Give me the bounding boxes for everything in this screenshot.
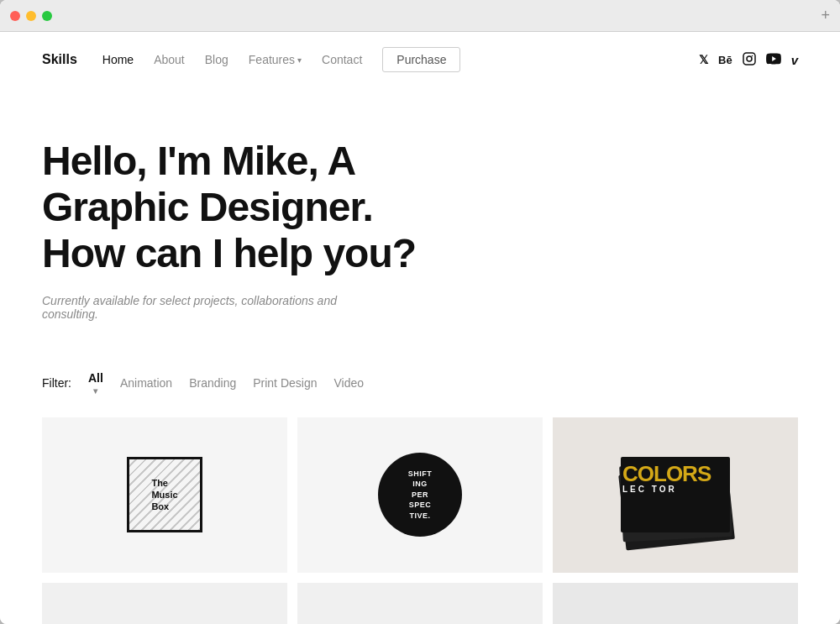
svg-rect-0 (743, 53, 755, 65)
page-content: Skills Home About Blog Features ▾ (0, 32, 840, 624)
circle-text: SHIFTINGPERSPECTIVE. (408, 469, 433, 522)
traffic-lights (10, 11, 52, 21)
nav-item-blog[interactable]: Blog (205, 52, 228, 67)
navigation: Skills Home About Blog Features ▾ (0, 32, 840, 87)
book-lector-text: LEC TOR (622, 485, 677, 494)
filter-animation[interactable]: Animation (120, 376, 172, 390)
portfolio-item-colors[interactable]: COLORS LEC TOR (553, 417, 798, 573)
nav-links: Home About Blog Features ▾ Contact (102, 47, 699, 72)
music-box-card: TheMusicBox (127, 457, 202, 532)
svg-point-1 (747, 56, 752, 61)
filter-bar: Filter: All Animation Branding Print Des… (0, 354, 840, 409)
nav-item-contact[interactable]: Contact (322, 52, 362, 67)
nav-item-features[interactable]: Features ▾ (249, 53, 302, 66)
twitter-icon[interactable]: 𝕏 (699, 53, 708, 66)
filter-video[interactable]: Video (333, 376, 364, 390)
maximize-button[interactable] (42, 11, 52, 21)
vimeo-icon[interactable]: v (791, 53, 798, 67)
filter-items: All Animation Branding Print Design Vide… (88, 371, 364, 396)
portfolio-item-music-box[interactable]: TheMusicBox (42, 417, 287, 573)
instagram-icon[interactable] (743, 52, 756, 68)
social-links: 𝕏 Bē v (699, 52, 798, 68)
filter-label: Filter: (42, 376, 71, 390)
purchase-button-nav[interactable]: Purchase (382, 47, 460, 72)
svg-point-2 (751, 55, 753, 56)
portfolio-item-bottom-3[interactable] (553, 583, 798, 624)
new-tab-button[interactable]: + (821, 7, 830, 24)
close-button[interactable] (10, 11, 20, 21)
filter-branding[interactable]: Branding (189, 376, 236, 390)
portfolio-grid: TheMusicBox SHIFTINGPERSPECTIVE. COLORS … (0, 409, 840, 573)
portfolio-item-shifting[interactable]: SHIFTINGPERSPECTIVE. (297, 417, 543, 573)
book-colors-text: COLORS (622, 463, 711, 485)
nav-item-about[interactable]: About (154, 52, 185, 67)
nav-item-home[interactable]: Home (102, 52, 134, 67)
book-stack: COLORS LEC TOR (612, 440, 738, 549)
browser-window: + Skills Home About Blog Features ▾ (0, 0, 840, 624)
chevron-down-icon: ▾ (297, 55, 302, 65)
hero-subtitle: Currently available for select projects,… (42, 294, 361, 321)
behance-icon[interactable]: Bē (718, 54, 732, 66)
circle-card: SHIFTINGPERSPECTIVE. (378, 453, 462, 537)
portfolio-item-bottom-2[interactable] (297, 583, 543, 624)
hero-heading: Hello, I'm Mike, A Graphic Designer. How… (42, 138, 445, 277)
browser-chrome: + (0, 0, 840, 32)
site-logo[interactable]: Skills (42, 52, 77, 67)
portfolio-row-2 (0, 583, 840, 624)
filter-print-design[interactable]: Print Design (253, 376, 317, 390)
music-box-label: TheMusicBox (144, 470, 184, 520)
book-cover: COLORS LEC TOR (612, 440, 722, 516)
portfolio-item-bottom-1[interactable] (42, 583, 287, 624)
hero-section: Hello, I'm Mike, A Graphic Designer. How… (0, 87, 840, 354)
youtube-icon[interactable] (766, 53, 781, 67)
minimize-button[interactable] (26, 11, 36, 21)
filter-all[interactable]: All (88, 371, 103, 396)
